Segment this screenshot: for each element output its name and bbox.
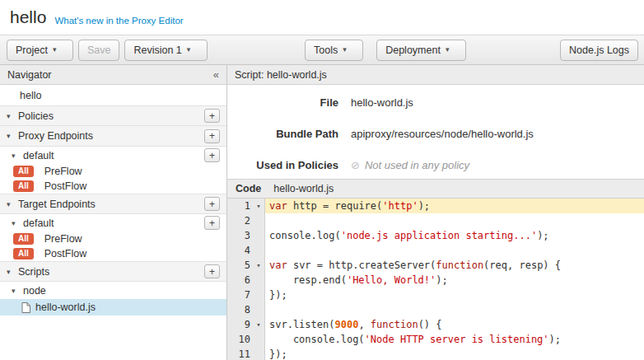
code-text[interactable]: var http = require('http'); bbox=[265, 199, 644, 213]
code-token: 'http' bbox=[382, 200, 418, 212]
navigator-title: Navigator bbox=[7, 69, 52, 81]
add-policy-button[interactable]: + bbox=[204, 109, 220, 123]
code-label: Code bbox=[236, 183, 261, 194]
nav-item-proxy-default[interactable]: ▾ default + bbox=[0, 147, 226, 164]
code-text[interactable]: }); bbox=[265, 288, 644, 302]
line-number: 11 bbox=[227, 347, 253, 360]
add-target-endpoint-button[interactable]: + bbox=[204, 197, 220, 211]
add-flow-button[interactable]: + bbox=[204, 216, 220, 230]
code-line[interactable]: 11}); bbox=[227, 347, 644, 360]
deployment-dropdown[interactable]: Deployment ▾ bbox=[376, 40, 466, 61]
code-line[interactable]: 3console.log('node.js application starti… bbox=[227, 228, 644, 243]
fold-spacer bbox=[253, 302, 265, 317]
code-line[interactable]: 10 console.log('Node HTTP server is list… bbox=[227, 332, 644, 347]
code-text[interactable] bbox=[265, 302, 644, 317]
code-line[interactable]: 2 bbox=[227, 213, 644, 228]
chevron-down-icon: ▾ bbox=[53, 46, 64, 54]
not-used-icon: ⊘ bbox=[351, 159, 360, 171]
save-button[interactable]: Save bbox=[78, 40, 120, 61]
code-line[interactable]: 1▾var http = require('http'); bbox=[227, 199, 644, 213]
code-text[interactable]: }); bbox=[265, 347, 644, 360]
nav-item-proxy-postflow[interactable]: All PostFlow bbox=[0, 179, 226, 194]
fold-spacer bbox=[253, 347, 265, 360]
script-details: File hello-world.js Bundle Path apiproxy… bbox=[227, 85, 644, 179]
code-text[interactable]: resp.end('Hello, World!'); bbox=[265, 273, 644, 288]
line-number: 7 bbox=[227, 288, 253, 302]
add-flow-button[interactable]: + bbox=[204, 148, 220, 162]
code-header: Code hello-world.js bbox=[227, 179, 644, 199]
file-label: File bbox=[227, 96, 338, 109]
tools-dropdown[interactable]: Tools ▾ bbox=[305, 40, 363, 61]
deployment-dropdown-label: Deployment bbox=[385, 44, 441, 56]
code-token: function bbox=[436, 259, 483, 271]
caret-down-icon: ▾ bbox=[7, 132, 18, 140]
code-token: 'node.js application starting...' bbox=[341, 230, 537, 241]
folder-label: node bbox=[23, 285, 46, 297]
script-panel-header: Script: hello-world.js bbox=[227, 65, 644, 85]
nav-item-proxy-hello[interactable]: hello bbox=[0, 85, 226, 105]
code-text[interactable]: console.log('Node HTTP server is listeni… bbox=[265, 332, 644, 347]
code-token: 9000 bbox=[334, 319, 358, 330]
endpoint-label: default bbox=[23, 150, 54, 161]
code-token: ); bbox=[418, 200, 430, 212]
app-header: hello What's new in the Proxy Editor bbox=[0, 0, 644, 35]
flow-label: PreFlow bbox=[44, 166, 82, 177]
collapse-panel-icon[interactable]: « bbox=[213, 68, 219, 81]
code-line[interactable]: 6 resp.end('Hello, World!'); bbox=[227, 273, 644, 288]
code-line[interactable]: 4 bbox=[227, 243, 644, 258]
nodejs-logs-button[interactable]: Node.js Logs bbox=[560, 40, 638, 61]
fold-arrow-icon[interactable]: ▾ bbox=[253, 317, 265, 332]
section-label-scripts: Scripts bbox=[18, 266, 49, 278]
nav-item-target-postflow[interactable]: All PostFlow bbox=[0, 246, 226, 261]
code-text[interactable]: console.log('node.js application startin… bbox=[265, 228, 644, 243]
toolbar-right-group: Node.js Logs bbox=[560, 40, 638, 61]
flow-label: PostFlow bbox=[44, 248, 86, 259]
code-text[interactable] bbox=[265, 243, 644, 258]
navigator-header: Navigator « bbox=[0, 65, 226, 85]
code-token: (req, resp) { bbox=[483, 259, 561, 271]
all-badge: All bbox=[13, 233, 34, 245]
nav-section-target-endpoints[interactable]: ▾ Target Endpoints + bbox=[0, 194, 226, 214]
nav-item-target-preflow[interactable]: All PreFlow bbox=[0, 231, 226, 246]
line-number: 6 bbox=[227, 273, 253, 288]
code-text[interactable] bbox=[265, 213, 644, 228]
fold-spacer bbox=[253, 228, 265, 243]
save-button-label: Save bbox=[87, 44, 111, 56]
code-line[interactable]: 8 bbox=[227, 302, 644, 317]
chevron-down-icon: ▾ bbox=[187, 46, 198, 54]
nav-item-hello-world-js[interactable]: hello-world.js bbox=[0, 299, 226, 316]
nav-item-target-default[interactable]: ▾ default + bbox=[0, 214, 226, 231]
code-text[interactable]: var svr = http.createServer(function(req… bbox=[265, 258, 644, 273]
section-label-proxy-endpoints: Proxy Endpoints bbox=[18, 130, 93, 142]
all-badge: All bbox=[13, 248, 34, 259]
script-file-label: hello-world.js bbox=[35, 302, 96, 313]
project-dropdown[interactable]: Project ▾ bbox=[7, 40, 73, 61]
nav-section-policies[interactable]: ▾ Policies + bbox=[0, 105, 226, 126]
code-token: console.log( bbox=[269, 230, 341, 241]
add-script-button[interactable]: + bbox=[204, 264, 220, 278]
proxy-name-label: hello bbox=[20, 90, 41, 101]
code-line[interactable]: 9▾svr.listen(9000, function() { bbox=[227, 317, 644, 332]
nav-section-scripts[interactable]: ▾ Scripts + bbox=[0, 261, 226, 282]
code-token: resp.end( bbox=[269, 274, 347, 286]
section-label-target-endpoints: Target Endpoints bbox=[18, 199, 96, 210]
caret-down-icon: ▾ bbox=[12, 152, 23, 160]
code-lines: 1▾var http = require('http');23console.l… bbox=[227, 199, 644, 360]
nav-item-node-folder[interactable]: ▾ node bbox=[0, 282, 226, 299]
code-line[interactable]: 7}); bbox=[227, 288, 644, 302]
not-used-text: Not used in any policy bbox=[365, 159, 469, 171]
fold-arrow-icon[interactable]: ▾ bbox=[253, 258, 265, 273]
nav-section-proxy-endpoints[interactable]: ▾ Proxy Endpoints + bbox=[0, 126, 226, 147]
nodejs-logs-label: Node.js Logs bbox=[569, 44, 629, 56]
add-proxy-endpoint-button[interactable]: + bbox=[204, 129, 220, 143]
code-line[interactable]: 5▾var svr = http.createServer(function(r… bbox=[227, 258, 644, 273]
whats-new-link[interactable]: What's new in the Proxy Editor bbox=[54, 16, 183, 26]
revision-dropdown[interactable]: Revision 1 ▾ bbox=[124, 40, 207, 61]
chevron-down-icon: ▾ bbox=[343, 46, 354, 54]
line-number: 2 bbox=[227, 213, 253, 228]
fold-arrow-icon[interactable]: ▾ bbox=[253, 199, 265, 213]
code-editor[interactable]: 1▾var http = require('http');23console.l… bbox=[227, 199, 644, 360]
nav-item-proxy-preflow[interactable]: All PreFlow bbox=[0, 164, 226, 179]
code-text[interactable]: svr.listen(9000, function() { bbox=[265, 317, 644, 332]
line-number: 10 bbox=[227, 332, 253, 347]
